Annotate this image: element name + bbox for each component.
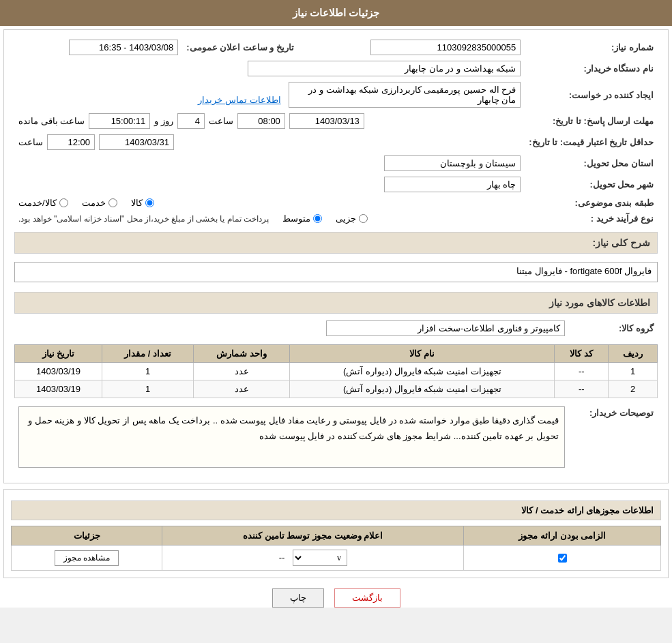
- buyer-notes-field: قیمت گذاری دقیقا طبق موارد خواسته شده در…: [18, 406, 565, 468]
- process-label-medium: متوسط: [282, 213, 310, 224]
- remaining-time-field: 15:00:11: [89, 113, 150, 129]
- process-option-medium[interactable]: متوسط: [282, 213, 322, 224]
- send-deadline-label: مهلت ارسال پاسخ: تا تاریخ:: [525, 110, 658, 132]
- buyer-notes-label: توصیحات خریدار:: [569, 404, 658, 470]
- announce-field: 1403/03/08 - 16:35: [69, 40, 178, 55]
- col-qty: تعداد / مقدار: [102, 345, 194, 363]
- page-wrapper: جزئیات اطلاعات نیاز شماره نیاز: 11030928…: [0, 0, 672, 608]
- need-summary-section: شرح کلی نیاز:: [14, 232, 658, 254]
- permits-title: اطلاعات مجوزهای ارائه خدمت / کالا: [11, 500, 661, 520]
- permits-required-cell: [464, 545, 661, 571]
- contact-link[interactable]: اطلاعات تماس خریدار: [198, 95, 280, 105]
- table-cell: 1403/03/19: [15, 380, 102, 398]
- creator-field: فرح اله حسین پورمقیمی کاربردارزی شبکه به…: [289, 82, 521, 108]
- table-cell: --: [555, 380, 609, 398]
- send-days-label: روز و: [154, 116, 173, 126]
- permits-required-checkbox[interactable]: [558, 554, 567, 563]
- permits-table: الزامی بودن ارائه مجوز اعلام وضعیت مجوز …: [11, 526, 661, 571]
- process-radio-medium[interactable]: [313, 214, 322, 223]
- announce-value: 1403/03/08 - 16:35: [14, 37, 182, 58]
- table-cell: عدد: [193, 363, 289, 380]
- process-option-partial[interactable]: جزیی: [336, 213, 368, 224]
- province-label: استان محل تحویل:: [525, 153, 658, 174]
- table-cell: 1: [609, 363, 658, 380]
- need-summary-field: فایروال fortigate 600f - فایروال میتنا: [14, 262, 658, 282]
- goods-group-label: گروه کالا:: [569, 318, 658, 339]
- table-cell: 1: [102, 380, 194, 398]
- buyer-station-field: شبکه بهداشت و در مان چابهار: [248, 61, 521, 76]
- price-validity-cell: ساعت 12:00 1403/03/31: [14, 132, 525, 153]
- need-summary-value-wrapper: فایروال fortigate 600f - فایروال میتنا: [14, 258, 658, 286]
- send-time-label: ساعت: [209, 116, 233, 126]
- announce-label: تاریخ و ساعت اعلان عمومی:: [182, 37, 298, 58]
- category-radio-service[interactable]: [108, 198, 117, 207]
- city-field: چاه بهار: [384, 177, 521, 192]
- category-option-goods-service[interactable]: کالا/خدمت: [18, 198, 68, 208]
- col-unit: واحد شمارش: [193, 345, 289, 363]
- table-row: 2--تجهیزات امنیت شبکه فایروال (دیواره آت…: [15, 380, 658, 398]
- process-label: نوع فرآیند خرید :: [525, 211, 658, 226]
- process-cell: پرداخت تمام یا بخشی از مبلغ خرید،از محل …: [14, 211, 525, 226]
- category-option-goods[interactable]: کالا: [131, 198, 154, 208]
- send-time-field: 08:00: [237, 113, 285, 129]
- table-cell: 1: [102, 363, 194, 380]
- creator-label: ایجاد کننده در خواست:: [525, 79, 658, 110]
- col-date: تاریخ نیاز: [15, 345, 102, 363]
- buyer-notes-cell: قیمت گذاری دقیقا طبق موارد خواسته شده در…: [14, 404, 569, 470]
- permits-col-details: جزئیات: [12, 526, 162, 545]
- action-buttons: بازگشت چاپ: [0, 588, 672, 608]
- buyer-station-label: نام دستگاه خریدار:: [525, 58, 658, 79]
- goods-table: ردیف کد کالا نام کالا واحد شمارش تعداد /…: [14, 344, 658, 398]
- permits-section: اطلاعات مجوزهای ارائه خدمت / کالا الزامی…: [3, 489, 669, 578]
- need-number-field: 1103092835000055: [370, 40, 521, 55]
- col-code: کد کالا: [555, 345, 609, 363]
- price-validity-time-field: 12:00: [47, 134, 95, 150]
- category-label-goods-service: کالا/خدمت: [18, 198, 57, 208]
- city-cell: چاه بهار: [14, 174, 525, 195]
- permits-status-select[interactable]: v: [293, 550, 347, 566]
- table-cell: تجهیزات امنیت شبکه فایروال (دیواره آتش): [290, 380, 555, 398]
- category-cell: کالا/خدمت خدمت کالا: [14, 195, 525, 211]
- table-cell: --: [555, 363, 609, 380]
- main-content: شماره نیاز: 1103092835000055 تاریخ و ساع…: [3, 29, 669, 483]
- category-radio-goods-service[interactable]: [59, 198, 68, 207]
- permits-status-cell: v --: [162, 545, 464, 571]
- table-cell: 2: [609, 380, 658, 398]
- remaining-label: ساعت باقی مانده: [18, 116, 85, 126]
- category-option-service[interactable]: خدمت: [82, 198, 117, 208]
- province-cell: سیستان و بلوچستان: [14, 153, 525, 174]
- print-button[interactable]: چاپ: [272, 588, 324, 608]
- table-cell: تجهیزات امنیت شبکه فایروال (دیواره آتش): [290, 363, 555, 380]
- permits-row: v -- مشاهده مجوز: [12, 545, 661, 571]
- send-days-field: 4: [177, 113, 205, 129]
- need-number-label: شماره نیاز:: [525, 37, 658, 58]
- page-title: جزئیات اطلاعات نیاز: [0, 0, 672, 26]
- creator-cell: فرح اله حسین پورمقیمی کاربردارزی شبکه به…: [14, 79, 525, 110]
- back-button[interactable]: بازگشت: [334, 588, 400, 608]
- buyer-notes-table: توصیحات خریدار: قیمت گذاری دقیقا طبق موا…: [14, 404, 658, 470]
- info-table: شماره نیاز: 1103092835000055 تاریخ و ساع…: [14, 37, 658, 226]
- send-deadline-cell: ساعت باقی مانده 15:00:11 روز و 4 ساعت 08…: [14, 110, 525, 132]
- process-radio-partial[interactable]: [359, 214, 368, 223]
- permits-details-cell: مشاهده مجوز: [12, 545, 162, 571]
- process-description: پرداخت تمام یا بخشی از مبلغ خرید،از محل …: [18, 214, 269, 224]
- category-label-goods: کالا: [131, 198, 143, 208]
- category-label-service: خدمت: [82, 198, 106, 208]
- buyer-station-value: شبکه بهداشت و در مان چابهار: [14, 58, 525, 79]
- need-summary-label: شرح کلی نیاز:: [593, 237, 650, 248]
- category-radio-goods[interactable]: [145, 198, 154, 207]
- goods-group-table: گروه کالا: کامپیوتر و فناوری اطلاعات-سخت…: [14, 318, 658, 339]
- col-row: ردیف: [609, 345, 658, 363]
- send-date-field: 1403/03/13: [289, 113, 364, 129]
- price-validity-time-label: ساعت: [18, 137, 43, 147]
- process-label-partial: جزیی: [336, 213, 356, 224]
- province-field: سیستان و بلوچستان: [384, 155, 521, 171]
- goods-group-field: کامپیوتر و فناوری اطلاعات-سخت افزار: [326, 320, 565, 336]
- price-validity-date-field: 1403/03/31: [99, 134, 174, 150]
- goods-section-title: اطلاعات کالاهای مورد نیاز: [14, 292, 658, 314]
- table-cell: عدد: [193, 380, 289, 398]
- view-permit-button[interactable]: مشاهده مجوز: [55, 550, 119, 566]
- need-number-value: 1103092835000055: [298, 37, 525, 58]
- permits-checkbox-wrapper: [469, 554, 655, 563]
- goods-group-value: کامپیوتر و فناوری اطلاعات-سخت افزار: [14, 318, 569, 339]
